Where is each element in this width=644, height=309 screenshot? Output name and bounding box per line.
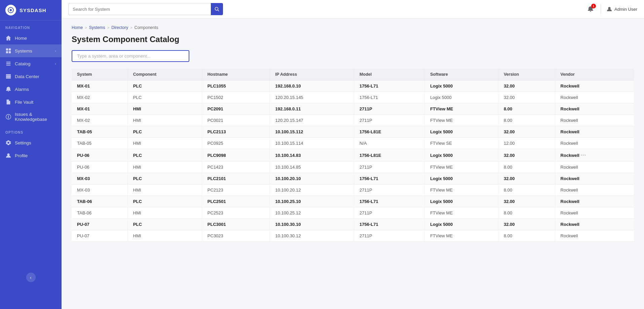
cell-ip: 120.20.15.147 xyxy=(270,115,354,126)
table-row[interactable]: MX-02HMIPC0021120.20.15.1472711PFTView M… xyxy=(72,115,634,126)
table-row[interactable]: MX-01PLCPLC1055192.168.0.101756-L71Logix… xyxy=(72,80,634,92)
sidebar-item-settings[interactable]: Settings xyxy=(0,136,62,149)
table-row[interactable]: TAB-05PLCPLC211310.100.15.1121756-L81ELo… xyxy=(72,126,634,138)
cell-model: 1756-L81E xyxy=(354,149,425,162)
topbar-divider xyxy=(601,4,601,14)
cell-version: 32.00 xyxy=(498,196,555,207)
topbar: 1 Admin User xyxy=(62,0,644,19)
cell-version: 8.00 xyxy=(498,162,555,173)
cell-hostname: PC2523 xyxy=(202,207,270,219)
cell-model: 1756-L71 xyxy=(354,92,425,103)
cell-hostname: PLC3001 xyxy=(202,219,270,230)
notification-bell[interactable]: 1 xyxy=(586,4,595,14)
user-menu[interactable]: Admin User xyxy=(606,6,637,12)
cell-model: 1756-L71 xyxy=(354,219,425,230)
table-row[interactable]: TAB-05HMIPC092510.100.15.114N/AFTView SE… xyxy=(72,138,634,149)
cell-ip: 10.100.20.10 xyxy=(270,173,354,184)
sidebar-item-profile[interactable]: Profile xyxy=(0,149,62,162)
user-name: Admin User xyxy=(614,7,637,12)
sidebar-item-home[interactable]: Home xyxy=(0,32,62,44)
cell-hostname: PC0925 xyxy=(202,138,270,149)
sidebar-item-data-center[interactable]: Data Center xyxy=(0,70,62,83)
breadcrumb-home[interactable]: Home xyxy=(72,25,83,30)
cell-software: FTView ME xyxy=(425,207,498,219)
table-row[interactable]: MX-03HMIPC212310.100.20.122711PFTView ME… xyxy=(72,184,634,196)
sidebar-item-file-vault[interactable]: File Vault xyxy=(0,96,62,108)
svg-rect-7 xyxy=(6,77,11,79)
cell-software: FTView SE xyxy=(425,138,498,149)
table-row[interactable]: MX-01HMIPC2091192.168.0.112711PFTView ME… xyxy=(72,103,634,115)
cell-component: PLC xyxy=(127,173,202,184)
sidebar-item-catalog[interactable]: Catalog › xyxy=(0,57,62,70)
breadcrumb-sep-1: > xyxy=(85,26,87,30)
logo-icon xyxy=(5,5,16,15)
cell-component: HMI xyxy=(127,115,202,126)
table-row[interactable]: TAB-06HMIPC252310.100.25.122711PFTView M… xyxy=(72,207,634,219)
topbar-right: 1 Admin User xyxy=(586,4,637,14)
sidebar-item-issues[interactable]: Issues & Knowledgebase xyxy=(0,108,62,125)
cell-ip: 10.100.15.114 xyxy=(270,138,354,149)
table-row[interactable]: MX-02PLCPC1502120.20.15.1451756-L71Logix… xyxy=(72,92,634,103)
cell-system: MX-01 xyxy=(72,103,127,115)
sidebar-item-label-settings: Settings xyxy=(15,140,31,145)
breadcrumb-sep-3: > xyxy=(130,26,132,30)
cell-model: 2711P xyxy=(354,115,425,126)
app-logo[interactable]: SYSDASH xyxy=(0,0,62,21)
cell-software: Logix 5000 xyxy=(425,126,498,138)
sidebar-item-systems[interactable]: Systems › xyxy=(0,44,62,57)
col-component: Component xyxy=(127,69,202,80)
table-row[interactable]: PU-06PLCPLC909810.100.14.831756-L81ELogi… xyxy=(72,149,634,162)
svg-point-10 xyxy=(7,153,9,156)
sidebar-item-alarms[interactable]: Alarms xyxy=(0,83,62,96)
cell-version: 32.00 xyxy=(498,92,555,103)
breadcrumb-sep-2: > xyxy=(107,26,109,30)
cell-ip: 10.100.15.112 xyxy=(270,126,354,138)
cell-software: FTView ME xyxy=(425,115,498,126)
cell-hostname: PLC2113 xyxy=(202,126,270,138)
cell-ip: 120.20.15.145 xyxy=(270,92,354,103)
breadcrumb: Home > Systems > Directory > Components xyxy=(72,25,634,30)
col-version: Version xyxy=(498,69,555,80)
cell-model: 2711P xyxy=(354,207,425,219)
col-vendor: Vendor xyxy=(555,69,634,80)
cell-software: Logix 5000 xyxy=(425,92,498,103)
chevron-right-icon: › xyxy=(55,49,56,53)
table-row[interactable]: PU-07PLCPLC300110.100.30.101756-L71Logix… xyxy=(72,219,634,230)
breadcrumb-systems[interactable]: Systems xyxy=(89,25,105,30)
cell-version: 8.00 xyxy=(498,230,555,242)
svg-point-13 xyxy=(608,7,610,9)
cell-version: 8.00 xyxy=(498,103,555,115)
chevron-right-icon-catalog: › xyxy=(55,62,56,66)
cell-ip: 10.100.14.83 xyxy=(270,149,354,162)
cell-version: 32.00 xyxy=(498,173,555,184)
filter-input[interactable] xyxy=(72,50,189,62)
search-input[interactable] xyxy=(68,3,211,15)
table-row[interactable]: PU-06HMIPC142310.100.14.852711PFTView ME… xyxy=(72,162,634,173)
cell-ip: 10.100.25.12 xyxy=(270,207,354,219)
cell-vendor: Rockwell xyxy=(555,184,634,196)
cell-software: Logix 5000 xyxy=(425,173,498,184)
file-vault-icon xyxy=(5,99,11,105)
table-header: System Component Hostname IP Address Mod… xyxy=(72,69,634,80)
cell-ip: 192.168.0.10 xyxy=(270,80,354,92)
sidebar-collapse-button[interactable]: ‹ xyxy=(26,273,36,282)
cell-software: FTView ME xyxy=(425,103,498,115)
cell-ip: 10.100.14.85 xyxy=(270,162,354,173)
table-row[interactable]: TAB-06PLCPLC250110.100.25.101756-L71Logi… xyxy=(72,196,634,207)
search-button[interactable] xyxy=(211,3,223,15)
cell-component: HMI xyxy=(127,103,202,115)
cell-model: 2711P xyxy=(354,230,425,242)
cell-system: MX-01 xyxy=(72,80,127,92)
search-wrapper xyxy=(68,3,223,15)
cell-model: N/A xyxy=(354,138,425,149)
cell-vendor: Rockwell xyxy=(555,115,634,126)
cell-system: PU-07 xyxy=(72,219,127,230)
cell-vendor: Rockwell xyxy=(555,80,634,92)
cell-vendor: Rockwell xyxy=(555,92,634,103)
svg-rect-5 xyxy=(6,74,11,76)
table-row[interactable]: PU-07HMIPC302310.100.30.122711PFTView ME… xyxy=(72,230,634,242)
more-options-icon[interactable]: ··· xyxy=(581,152,586,158)
breadcrumb-directory[interactable]: Directory xyxy=(111,25,128,30)
table-row[interactable]: MX-03PLCPLC210110.100.20.101756-L71Logix… xyxy=(72,173,634,184)
cell-ip: 10.100.30.10 xyxy=(270,219,354,230)
